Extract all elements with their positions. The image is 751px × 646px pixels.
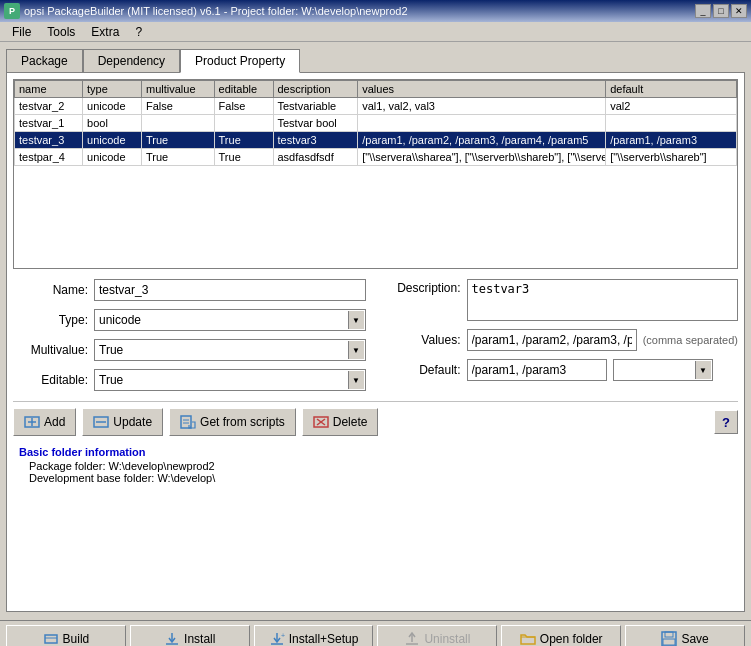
save-icon [661,631,677,646]
action-button-bar: Add Update Get from scripts [13,401,738,442]
table-row[interactable]: testvar_3unicodeTrueTruetestvar3/param1,… [15,132,737,149]
menu-bar: File Tools Extra ? [0,22,751,42]
minimize-btn[interactable]: _ [695,4,711,18]
save-button[interactable]: Save [625,625,745,646]
get-scripts-icon [180,414,196,430]
menu-tools[interactable]: Tools [39,23,83,41]
delete-button[interactable]: Delete [302,408,379,436]
type-label: Type: [13,313,88,327]
build-icon [43,631,59,646]
window-title: opsi PackageBuilder (MIT licensed) v6.1 … [24,5,408,17]
install-button[interactable]: Install [130,625,250,646]
table-row[interactable]: testvar_1boolTestvar bool [15,115,737,132]
default-select[interactable] [613,359,713,381]
add-button[interactable]: Add [13,408,76,436]
delete-label: Delete [333,415,368,429]
folder-icon [520,631,536,646]
build-button[interactable]: Build [6,625,126,646]
default-input[interactable] [467,359,607,381]
info-section: Basic folder information Package folder:… [13,442,738,488]
update-label: Update [113,415,152,429]
col-name: name [15,81,83,98]
maximize-btn[interactable]: □ [713,4,729,18]
multivalue-select[interactable]: TrueFalse [94,339,366,361]
package-folder-info: Package folder: W:\develop\newprod2 [29,460,732,472]
col-type: type [83,81,142,98]
editable-select[interactable]: TrueFalse [94,369,366,391]
name-label: Name: [13,283,88,297]
col-values: values [358,81,606,98]
open-folder-button[interactable]: Open folder [501,625,621,646]
editable-label: Editable: [13,373,88,387]
col-default: default [606,81,737,98]
type-select[interactable]: unicodebool [94,309,366,331]
svg-text:+: + [281,632,285,639]
table-row[interactable]: testpar_4unicodeTrueTrueasdfasdfsdf["\\s… [15,149,737,166]
col-editable: editable [214,81,273,98]
add-label: Add [44,415,65,429]
col-multivalue: multivalue [141,81,214,98]
delete-icon [313,414,329,430]
bottom-button-bar: Build Install + Install+Setup Uninstall [0,620,751,646]
svg-rect-11 [45,635,57,643]
install-icon [164,631,180,646]
col-description: description [273,81,358,98]
default-label: Default: [386,363,461,377]
help-button[interactable]: ? [714,410,738,434]
menu-file[interactable]: File [4,23,39,41]
values-input[interactable] [467,329,637,351]
open-folder-label: Open folder [540,632,603,646]
help-label: ? [722,415,730,430]
install-label: Install [184,632,215,646]
get-from-scripts-label: Get from scripts [200,415,285,429]
description-label: Description: [386,279,461,295]
dev-base-info: Development base folder: W:\develop\ [29,472,732,484]
menu-extra[interactable]: Extra [83,23,127,41]
name-input[interactable] [94,279,366,301]
install-plus-label: Install+Setup [289,632,359,646]
values-label: Values: [386,333,461,347]
tab-content: name type multivalue editable descriptio… [6,72,745,612]
save-label: Save [681,632,708,646]
svg-rect-19 [663,639,675,645]
update-icon [93,414,109,430]
info-title: Basic folder information [19,446,732,458]
menu-help[interactable]: ? [127,23,150,41]
tab-product-property[interactable]: Product Property [180,49,300,73]
get-from-scripts-button[interactable]: Get from scripts [169,408,296,436]
uninstall-button[interactable]: Uninstall [377,625,497,646]
description-input[interactable] [467,279,739,321]
update-button[interactable]: Update [82,408,163,436]
values-hint: (comma separated) [643,334,738,346]
install-plus-icon: + [269,631,285,646]
tab-dependency[interactable]: Dependency [83,49,180,73]
uninstall-icon [404,631,420,646]
tab-package[interactable]: Package [6,49,83,73]
table-row[interactable]: testvar_2unicodeFalseFalseTestvariableva… [15,98,737,115]
build-label: Build [63,632,90,646]
multivalue-label: Multivalue: [13,343,88,357]
close-btn[interactable]: ✕ [731,4,747,18]
title-bar: P opsi PackageBuilder (MIT licensed) v6.… [0,0,751,22]
property-table-container[interactable]: name type multivalue editable descriptio… [13,79,738,269]
app-icon: P [4,3,20,19]
install-plus-button[interactable]: + Install+Setup [254,625,374,646]
add-icon [24,414,40,430]
uninstall-label: Uninstall [424,632,470,646]
